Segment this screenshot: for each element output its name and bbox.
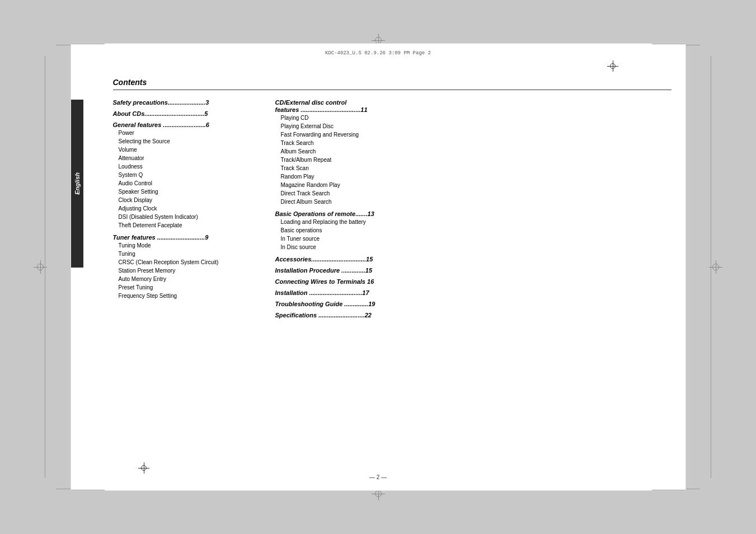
page-crosshair-bl [138,462,149,474]
toc-sub-directalbum: Direct Album Search [275,198,672,206]
toc-sub-automemory: Auto Memory Entry [113,275,259,283]
toc-sub-presettuning: Preset Tuning [113,283,259,292]
print-info: KDC-4023_U.S 02.9.26 3:09 PM Page 2 [325,50,431,56]
toc-sub-trackscan: Track Scan [275,164,672,172]
page-crosshair-tr [607,60,618,72]
corner-line-bl [71,490,105,490]
toc-columns: Safety precautions......................… [113,99,672,323]
corner-line-tr [652,44,685,44]
toc-sub-playingext: Playing External Disc [275,122,672,130]
toc-section-installation-proc: Installation Procedure ..............15 [275,267,672,274]
toc-section-safety: Safety precautions......................… [113,99,259,106]
page-title: Contents [113,78,147,87]
toc-sub-speakersetting: Speaker Setting [113,188,259,196]
toc-sub-albumsearch: Album Search [275,147,672,156]
toc-sub-trackalbumrepeat: Track/Album Repeat [275,156,672,164]
toc-sub-tuningmode: Tuning Mode [113,241,259,250]
document-page: KDC-4023_U.S 02.9.26 3:09 PM Page 2 Engl… [71,43,686,491]
toc-cd-heading2: features ...............................… [275,106,672,113]
toc-sub-volume: Volume [113,146,259,154]
toc-safety-heading: Safety precautions......................… [113,99,259,106]
toc-sub-intuner: In Tuner source [275,235,672,243]
toc-section-remote: Basic Operations of remote.......13 Load… [275,210,672,251]
toc-wires-heading: Connecting Wires to Terminals 16 [275,278,672,285]
toc-right-column: CD/External disc control features ......… [275,99,672,323]
toc-sub-theft: Theft Deterrent Faceplate [113,221,259,229]
toc-sub-directtrack: Direct Track Search [275,189,672,198]
toc-installproc-heading: Installation Procedure ..............15 [275,267,672,274]
toc-sub-loadbattery: Loading and Replacing the battery [275,218,672,226]
toc-section-specifications: Specifications .........................… [275,312,672,318]
toc-sub-power: Power [113,129,259,137]
toc-sub-clockdisplay: Clock Display [113,196,259,204]
toc-section-troubleshooting: Troubleshooting Guide ..............19 [275,301,672,307]
toc-sub-attenuator: Attenuator [113,154,259,162]
toc-sub-randomplay: Random Play [275,172,672,181]
crosshair-mid-left [34,260,47,274]
toc-sub-adjustingclock: Adjusting Clock [113,204,259,213]
toc-sub-tracksearch: Track Search [275,139,672,147]
toc-sub-source: Selecting the Source [113,137,259,146]
toc-sub-stationpreset: Station Preset Memory [113,266,259,275]
toc-sub-playingcd: Playing CD [275,114,672,122]
toc-cd-heading1: CD/External disc control [275,99,672,106]
toc-sub-freqstep: Frequency Step Setting [113,292,259,300]
toc-installation-heading: Installation ...........................… [275,289,672,296]
toc-sub-dsi: DSI (Disabled System Indicator) [113,213,259,221]
toc-section-general: General features .......................… [113,121,259,229]
toc-section-wires: Connecting Wires to Terminals 16 [275,278,672,285]
toc-sub-magazinerandom: Magazine Random Play [275,181,672,189]
toc-general-heading: General features .......................… [113,121,259,128]
toc-section-accessories: Accessories.............................… [275,256,672,263]
page-title-section: Contents [113,77,672,90]
toc-sub-systemq: System Q [113,171,259,179]
page-wrapper: KDC-4023_U.S 02.9.26 3:09 PM Page 2 Engl… [0,0,756,534]
toc-sub-fastforward: Fast Forwarding and Reversing [275,130,672,139]
crosshair-mid-right [709,260,722,274]
toc-sub-crsc: CRSC (Clean Reception System Circuit) [113,258,259,266]
toc-section-installation: Installation ...........................… [275,289,672,296]
toc-left-column: Safety precautions......................… [113,99,259,323]
toc-section-aboutcds: About CDs...............................… [113,110,259,117]
toc-tuner-heading: Tuner features .........................… [113,234,259,241]
toc-section-cd: CD/External disc control features ......… [275,99,672,206]
toc-specifications-heading: Specifications .........................… [275,312,672,318]
content-area: Contents Safety precautions.............… [85,77,672,462]
toc-accessories-heading: Accessories.............................… [275,256,672,263]
side-tab: English [71,100,83,268]
toc-troubleshooting-heading: Troubleshooting Guide ..............19 [275,301,672,307]
toc-sub-audiocontrol: Audio Control [113,179,259,188]
toc-aboutcds-heading: About CDs...............................… [113,110,259,117]
toc-sub-basicops: Basic operations [275,226,672,235]
toc-sub-tuning: Tuning [113,250,259,258]
corner-line-tl [71,44,105,44]
page-number: — 2 — [369,474,387,480]
side-tab-label: English [74,172,81,195]
toc-sub-indisc: In Disc source [275,243,672,251]
toc-section-tuner: Tuner features .........................… [113,234,259,300]
toc-remote-heading: Basic Operations of remote.......13 [275,210,672,217]
toc-sub-loudness: Loudness [113,162,259,171]
corner-line-br [652,490,685,490]
